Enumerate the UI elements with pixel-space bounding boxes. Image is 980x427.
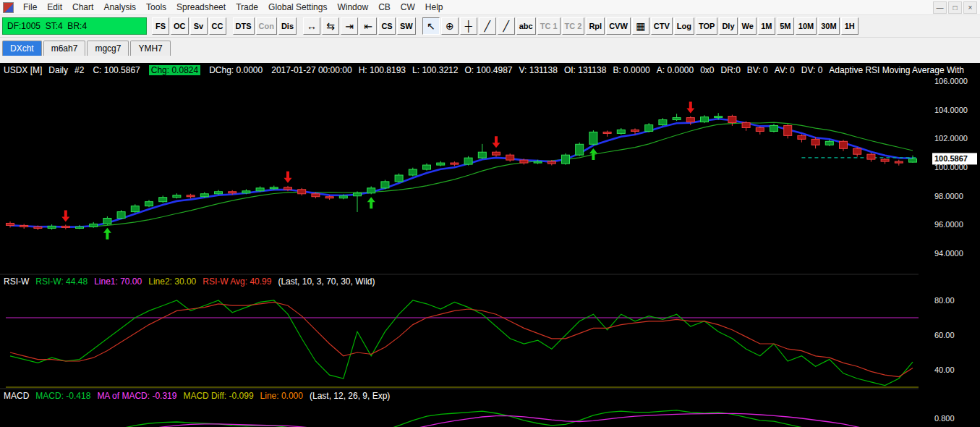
header-segment: Line: 0.000 xyxy=(260,391,303,401)
interval-1m-button[interactable]: 1M xyxy=(758,17,775,35)
menu-spreadsheet[interactable]: Spreadsheet xyxy=(171,2,231,12)
menu-items: FileEditChartAnalysisToolsSpreadsheetTra… xyxy=(18,2,448,12)
candle-body xyxy=(103,219,111,224)
macd-pane-header: MACDMACD: -0.418MA of MACD: -0.319MACD D… xyxy=(4,391,390,401)
scroll-bars-icon[interactable]: ⇆ xyxy=(322,17,339,35)
crosshair-icon[interactable]: ┼ xyxy=(460,17,477,35)
header-segment: 0x0 xyxy=(700,65,714,75)
header-segment: A: 0.0000 xyxy=(657,65,694,75)
shift-left-icon[interactable]: ⇤ xyxy=(359,17,377,35)
interval-10m-button[interactable]: 10M xyxy=(796,17,817,35)
candle-body xyxy=(242,191,250,193)
dis-button[interactable]: Dis xyxy=(278,17,297,35)
menu-cw[interactable]: CW xyxy=(396,2,420,12)
ray-line-icon[interactable]: ╱ xyxy=(498,17,515,35)
app-icon xyxy=(3,2,14,13)
shift-right-icon[interactable]: ⇥ xyxy=(341,17,358,35)
toolbar-buttons: FSOCSvCCDTSConDis↔⇆⇥⇤CSSW↖⊕┼╱╱abcTC 1TC … xyxy=(152,17,858,35)
tabbar: DXchtm6ah7mgcg7YMH7 xyxy=(0,38,980,56)
ctv-button[interactable]: CTV xyxy=(651,17,673,35)
tc2-button[interactable]: TC 2 xyxy=(562,17,585,35)
trendline-icon[interactable]: ╱ xyxy=(479,17,496,35)
candle-body xyxy=(756,127,764,131)
interval-1h-button[interactable]: 1H xyxy=(841,17,858,35)
candle-body xyxy=(547,161,555,164)
interval-5m-button[interactable]: 5M xyxy=(777,17,794,35)
menu-window[interactable]: Window xyxy=(332,2,373,12)
menu-tools[interactable]: Tools xyxy=(141,2,171,12)
sell-arrow-icon xyxy=(61,210,69,221)
candle-body xyxy=(215,192,223,194)
header-segment: Line1: 70.00 xyxy=(94,276,142,287)
chart-canvas[interactable]: 106.0000104.0000102.0000100.000098.00009… xyxy=(0,63,980,427)
menu-analysis[interactable]: Analysis xyxy=(98,2,141,12)
candle-body xyxy=(715,117,723,118)
candle-body xyxy=(867,154,875,159)
candle-body xyxy=(784,125,792,135)
candle-body xyxy=(617,130,625,133)
header-segment: DChg: 0.0000 xyxy=(207,65,265,75)
crosshair-circle-icon[interactable]: ⊕ xyxy=(441,17,459,35)
header-segment: #2 xyxy=(74,65,84,75)
header-segment: RSI-W xyxy=(4,276,29,287)
minimize-button[interactable]: — xyxy=(933,1,947,14)
tab-mgcg7[interactable]: mgcg7 xyxy=(87,41,129,56)
dts-button[interactable]: DTS xyxy=(233,17,255,35)
menu-cb[interactable]: CB xyxy=(373,2,396,12)
candle-body xyxy=(701,117,709,122)
tab-dxcht[interactable]: DXcht xyxy=(2,41,42,56)
tc1-button[interactable]: TC 1 xyxy=(537,17,561,35)
we-button[interactable]: We xyxy=(739,17,757,35)
header-segment: RSI-W Avg: 40.99 xyxy=(203,276,271,287)
header-segment: MACD xyxy=(4,391,29,401)
fs-button[interactable]: FS xyxy=(152,17,169,35)
candle-body xyxy=(645,124,653,131)
candle-body xyxy=(603,132,611,133)
fit-width-icon[interactable]: ↔ xyxy=(303,17,320,35)
sv-button[interactable]: Sv xyxy=(190,17,208,35)
menu-file[interactable]: File xyxy=(18,2,42,12)
axis-tick-label: 40.00 xyxy=(934,365,955,374)
pointer-tool-icon[interactable]: ↖ xyxy=(422,17,440,35)
menu-edit[interactable]: Edit xyxy=(42,2,67,12)
candle-body xyxy=(325,197,333,198)
menu-help[interactable]: Help xyxy=(420,2,448,12)
header-segment: O: 100.4987 xyxy=(464,65,512,75)
price-pane-header: USDX [M]Daily#2C: 100.5867Chg: 0.0824DCh… xyxy=(4,65,964,75)
header-segment: Daily xyxy=(48,65,68,75)
close-button[interactable]: × xyxy=(963,1,977,14)
cvw-button[interactable]: CVW xyxy=(606,17,631,35)
candle-body xyxy=(229,192,237,193)
axis-tick-label: 102.0000 xyxy=(934,134,968,143)
candle-body xyxy=(145,202,153,206)
con-button[interactable]: Con xyxy=(256,17,277,35)
tab-ymh7[interactable]: YMH7 xyxy=(130,41,170,56)
menu-chart[interactable]: Chart xyxy=(67,2,98,12)
header-segment: H: 100.8193 xyxy=(359,65,406,75)
tab-m6ah7[interactable]: m6ah7 xyxy=(43,41,86,56)
top-button[interactable]: TOP xyxy=(696,17,717,35)
candle-body xyxy=(76,227,84,228)
candle-body xyxy=(562,155,570,164)
dly-button[interactable]: Dly xyxy=(719,17,737,35)
cc-button[interactable]: CC xyxy=(209,17,226,35)
axis-tick-label: 104.0000 xyxy=(934,106,968,114)
candle-body xyxy=(20,225,28,227)
rpl-button[interactable]: Rpl xyxy=(586,17,605,35)
menu-trade[interactable]: Trade xyxy=(231,2,263,12)
menu-global-settings[interactable]: Global Settings xyxy=(263,2,332,12)
oc-button[interactable]: OC xyxy=(171,17,189,35)
text-tool-button[interactable]: abc xyxy=(516,17,536,35)
tvw-grid-icon[interactable]: ▦ xyxy=(632,17,649,35)
candle-body xyxy=(270,187,278,189)
candle-body xyxy=(520,160,528,163)
interval-30m-button[interactable]: 30M xyxy=(818,17,839,35)
candle-body xyxy=(437,163,445,165)
cs-button[interactable]: CS xyxy=(378,17,396,35)
sw-button[interactable]: SW xyxy=(397,17,416,35)
header-segment: MACD: -0.418 xyxy=(35,391,90,401)
log-button[interactable]: Log xyxy=(674,17,694,35)
restore-button[interactable]: □ xyxy=(948,1,962,14)
header-segment: MACD Diff: -0.099 xyxy=(183,391,253,401)
candle-body xyxy=(506,155,514,160)
